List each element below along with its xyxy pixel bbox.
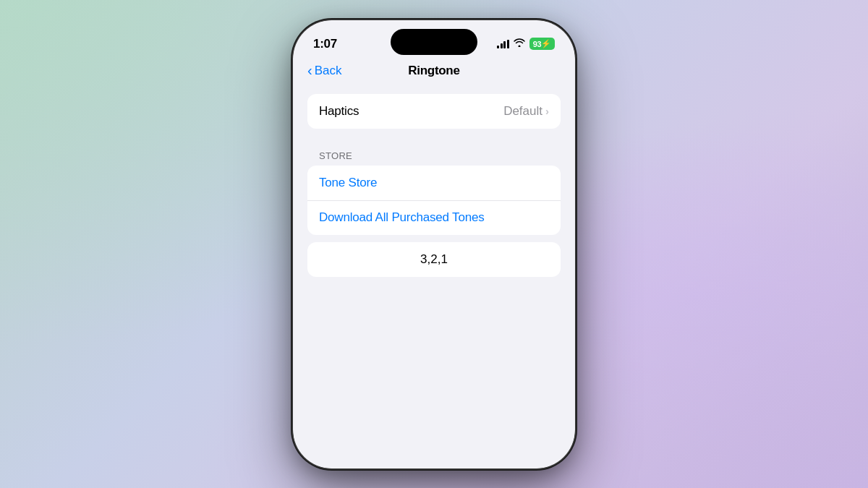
dynamic-island	[391, 29, 477, 55]
store-group: Tone Store Download All Purchased Tones	[307, 166, 561, 235]
back-chevron-icon: ‹	[307, 63, 312, 77]
battery-bolt-icon: ⚡	[541, 39, 551, 48]
haptics-group: Haptics Default ›	[307, 94, 561, 129]
store-section-header: STORE	[307, 136, 561, 166]
page-title: Ringtone	[408, 64, 459, 78]
signal-bars-icon	[497, 40, 509, 48]
haptics-row[interactable]: Haptics Default ›	[307, 94, 561, 129]
store-section: STORE Tone Store Download All Purchased …	[307, 136, 561, 235]
phone-frame: 1:07 93⚡	[293, 20, 575, 468]
content-area: Haptics Default › STORE Tone Store Downl…	[293, 87, 575, 284]
download-tones-label: Download All Purchased Tones	[319, 210, 484, 225]
tone-store-row[interactable]: Tone Store	[307, 166, 561, 200]
back-button[interactable]: ‹ Back	[307, 64, 341, 78]
haptics-value: Default ›	[503, 104, 549, 119]
screen: 1:07 93⚡	[293, 20, 575, 468]
status-icons: 93⚡	[497, 38, 555, 50]
nav-bar: ‹ Back Ringtone	[293, 58, 575, 87]
back-label: Back	[315, 64, 342, 78]
haptics-value-text: Default	[503, 104, 542, 119]
battery-percent: 93	[533, 40, 542, 48]
ringtone-item-label: 3,2,1	[420, 252, 448, 267]
battery-indicator: 93⚡	[529, 38, 555, 50]
tone-store-label: Tone Store	[319, 176, 377, 190]
ringtone-item-group: 3,2,1	[307, 242, 561, 277]
haptics-chevron-icon: ›	[545, 105, 549, 117]
status-time: 1:07	[313, 37, 337, 51]
haptics-label: Haptics	[319, 104, 359, 119]
download-tones-row[interactable]: Download All Purchased Tones	[307, 200, 561, 235]
wifi-icon	[514, 38, 525, 49]
ringtone-item-row[interactable]: 3,2,1	[307, 242, 561, 277]
status-bar: 1:07 93⚡	[293, 20, 575, 58]
